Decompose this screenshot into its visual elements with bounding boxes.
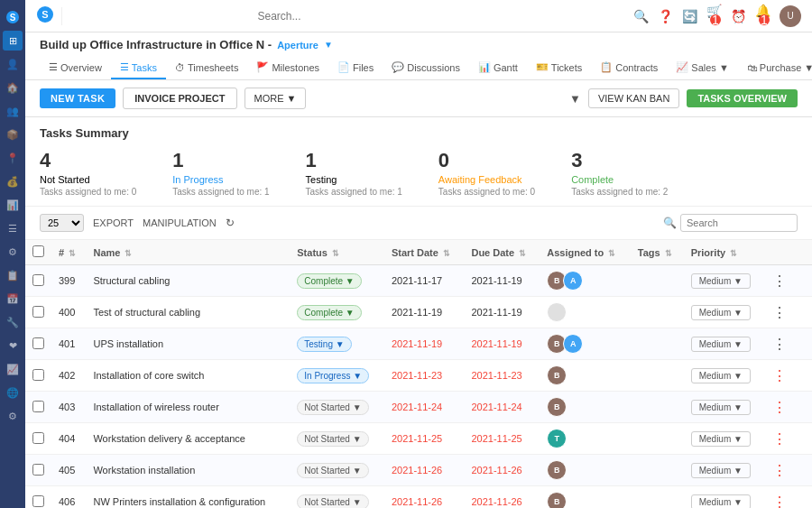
sidebar-reports-icon[interactable]: 📈 (3, 359, 23, 379)
sidebar-profile-icon[interactable]: 👤 (3, 54, 23, 74)
status-badge[interactable]: Not Started ▼ (297, 494, 368, 509)
task-action-dots[interactable]: ⋮ (765, 297, 797, 328)
stage-dropdown-icon[interactable]: ▼ (324, 40, 333, 50)
task-priority[interactable]: Medium ▼ (684, 265, 765, 297)
task-priority[interactable]: Medium ▼ (684, 360, 765, 392)
task-status[interactable]: Not Started ▼ (290, 455, 384, 486)
task-action-dots[interactable]: ⋮ (765, 423, 797, 455)
bell-icon[interactable]: 🔔1 (755, 4, 770, 29)
task-status[interactable]: Testing ▼ (290, 328, 384, 360)
task-action-dots[interactable]: ⋮ (765, 486, 797, 509)
row-action-icon[interactable]: ⋮ (772, 431, 787, 447)
sidebar-web-icon[interactable]: 🌐 (3, 383, 23, 402)
row-checkbox[interactable] (32, 495, 44, 507)
tab-purchase[interactable]: 🛍 Purchase ▼ (738, 58, 812, 79)
priority-badge[interactable]: Medium ▼ (691, 463, 751, 478)
priority-badge[interactable]: Medium ▼ (691, 337, 751, 352)
clock-icon[interactable]: ⏰ (731, 9, 746, 23)
sidebar-menu-icon[interactable]: ☰ (3, 218, 23, 238)
row-checkbox-cell[interactable] (25, 423, 51, 455)
row-action-icon[interactable]: ⋮ (772, 368, 787, 383)
help-icon[interactable]: ❓ (658, 9, 673, 23)
task-priority[interactable]: Medium ▼ (684, 455, 765, 486)
sidebar-analytics-icon[interactable]: 📊 (3, 195, 23, 215)
sidebar-tasks-icon[interactable]: 📋 (3, 265, 23, 285)
row-checkbox-cell[interactable] (25, 392, 51, 423)
sidebar-users-icon[interactable]: 👥 (3, 101, 23, 121)
sidebar-favorites-icon[interactable]: ❤ (3, 336, 23, 356)
row-checkbox[interactable] (32, 464, 44, 476)
row-action-icon[interactable]: ⋮ (772, 463, 787, 478)
status-badge[interactable]: Complete ▼ (297, 305, 361, 320)
task-status[interactable]: Complete ▼ (290, 265, 384, 297)
priority-badge[interactable]: Medium ▼ (691, 273, 751, 289)
task-action-dots[interactable]: ⋮ (765, 328, 797, 360)
status-badge[interactable]: Not Started ▼ (297, 463, 368, 478)
tab-milestones[interactable]: 🚩 Milestones (247, 57, 328, 79)
task-action-dots[interactable]: ⋮ (765, 392, 797, 423)
tab-contracts[interactable]: 📋 Contracts (591, 57, 667, 79)
sidebar-calendar-icon[interactable]: 📅 (3, 289, 23, 309)
priority-badge[interactable]: Medium ▼ (691, 431, 751, 447)
priority-badge[interactable]: Medium ▼ (691, 305, 751, 320)
tab-sales[interactable]: 📈 Sales ▼ (667, 57, 737, 79)
sidebar-app-icon[interactable]: S (3, 7, 23, 27)
row-action-icon[interactable]: ⋮ (772, 337, 787, 352)
row-action-icon[interactable]: ⋮ (772, 305, 787, 320)
sidebar-dashboard-icon[interactable]: ⊞ (3, 31, 23, 51)
sidebar-settings-icon[interactable]: ⚙ (3, 242, 23, 262)
col-name[interactable]: Name ⇅ (86, 240, 290, 265)
select-all-header[interactable] (25, 240, 51, 265)
sidebar-config-icon[interactable]: ⚙ (3, 406, 23, 426)
user-avatar[interactable]: U (780, 5, 801, 27)
col-id[interactable]: # ⇅ (51, 240, 86, 265)
row-checkbox[interactable] (32, 432, 44, 444)
row-checkbox[interactable] (32, 274, 44, 286)
table-search-icon[interactable]: 🔍 (663, 217, 677, 229)
refresh-button[interactable]: ↻ (226, 217, 235, 229)
cart-icon[interactable]: 🛒1 (706, 4, 722, 29)
row-checkbox-cell[interactable] (25, 265, 51, 297)
col-status[interactable]: Status ⇅ (290, 240, 384, 265)
tasks-overview-button[interactable]: TASKS OVERVIEW (687, 89, 798, 107)
priority-badge[interactable]: Medium ▼ (691, 400, 751, 415)
per-page-select[interactable]: 25 50 100 (40, 214, 84, 232)
row-checkbox-cell[interactable] (25, 455, 51, 486)
manipulation-button[interactable]: MANIPULATION (143, 217, 217, 228)
task-priority[interactable]: Medium ▼ (684, 423, 765, 455)
task-status[interactable]: Not Started ▼ (290, 392, 384, 423)
table-search-input[interactable] (680, 214, 798, 232)
status-badge[interactable]: Complete ▼ (297, 273, 361, 289)
tab-tickets[interactable]: 🎫 Tickets (527, 57, 591, 79)
row-checkbox-cell[interactable] (25, 297, 51, 328)
status-badge[interactable]: Not Started ▼ (297, 431, 368, 447)
search-input[interactable] (258, 10, 438, 23)
task-priority[interactable]: Medium ▼ (684, 297, 765, 328)
sidebar-finance-icon[interactable]: 💰 (3, 171, 23, 191)
row-action-icon[interactable]: ⋮ (772, 494, 787, 509)
row-action-icon[interactable]: ⋮ (772, 273, 787, 289)
tab-tasks[interactable]: ☰ Tasks (111, 57, 166, 79)
status-badge[interactable]: Testing ▼ (297, 337, 351, 352)
tab-discussions[interactable]: 💬 Discussions (383, 57, 469, 79)
row-checkbox[interactable] (32, 401, 44, 412)
col-priority[interactable]: Priority ⇅ (684, 240, 765, 265)
task-priority[interactable]: Medium ▼ (684, 392, 765, 423)
sidebar-tools-icon[interactable]: 🔧 (3, 312, 23, 332)
task-status[interactable]: Not Started ▼ (290, 486, 384, 509)
task-action-dots[interactable]: ⋮ (765, 360, 797, 392)
tab-timesheets[interactable]: ⏱ Timesheets (166, 58, 247, 79)
project-stage[interactable]: Aperture (277, 40, 318, 51)
task-priority[interactable]: Medium ▼ (684, 328, 765, 360)
new-task-button[interactable]: NEW TASK (40, 88, 115, 108)
priority-badge[interactable]: Medium ▼ (691, 494, 751, 509)
task-status[interactable]: Not Started ▼ (290, 423, 384, 455)
more-button[interactable]: MORE ▼ (245, 88, 307, 109)
tab-gantt[interactable]: 📊 Gantt (469, 57, 527, 79)
task-priority[interactable]: Medium ▼ (684, 486, 765, 509)
col-start-date[interactable]: Start Date ⇅ (384, 240, 465, 265)
search-bar[interactable] (69, 10, 626, 23)
task-action-dots[interactable]: ⋮ (765, 265, 797, 297)
view-kan-ban-button[interactable]: VIEW KAN BAN (588, 88, 679, 108)
tab-overview[interactable]: ☰ Overview (40, 57, 111, 79)
